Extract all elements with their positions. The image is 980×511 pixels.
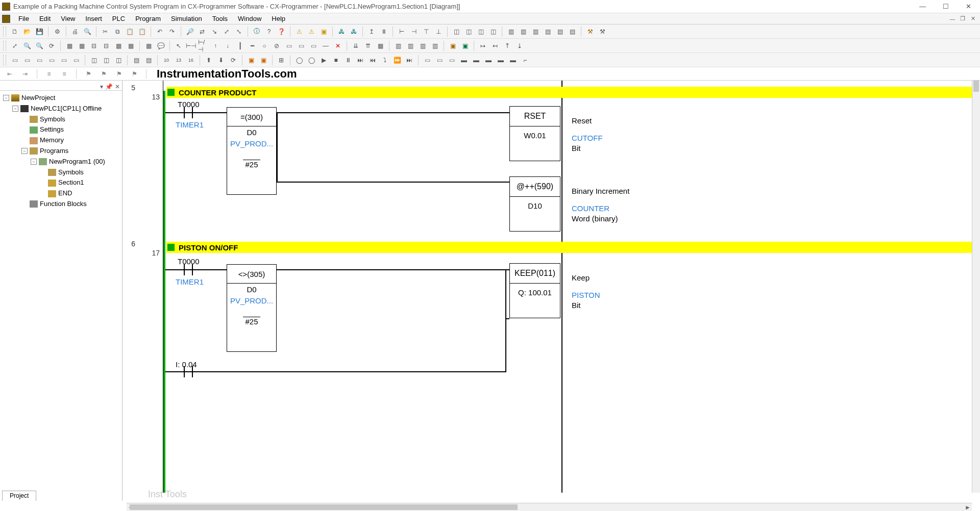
align3-icon[interactable]: ▭: [446, 55, 457, 66]
menu-edit[interactable]: Edit: [34, 14, 56, 23]
play-icon[interactable]: ▶: [318, 55, 329, 66]
tree-program[interactable]: −NewProgram1 (00): [31, 157, 121, 167]
contact-no-icon[interactable]: ⊢⊣: [185, 40, 197, 52]
hline-icon[interactable]: —: [320, 40, 331, 52]
stop-icon[interactable]: ■: [330, 55, 341, 66]
align2-icon[interactable]: ▭: [434, 55, 445, 66]
addr-icon[interactable]: ⤡: [233, 26, 244, 37]
zoom-out-icon[interactable]: 🔍: [34, 40, 45, 52]
mon2-icon[interactable]: ▥: [405, 40, 416, 52]
bm2-icon[interactable]: ⚑: [98, 68, 109, 80]
tree-function-blocks[interactable]: Function Blocks: [21, 199, 121, 210]
branch1-icon[interactable]: ⊢: [396, 26, 407, 37]
view6-icon[interactable]: ▦: [125, 40, 136, 52]
rung6-icon[interactable]: ▭: [70, 55, 82, 66]
output-increment[interactable]: @++(590) D10: [509, 176, 560, 232]
align8-icon[interactable]: ▬: [507, 55, 519, 66]
contact-p-icon[interactable]: ↑: [210, 40, 221, 52]
cut-icon[interactable]: ✂: [100, 26, 111, 37]
branch4-icon[interactable]: ⊥: [433, 26, 444, 37]
audio1-icon[interactable]: ◯: [293, 55, 305, 66]
minimize-button[interactable]: —: [911, 0, 934, 13]
align4-icon[interactable]: ▬: [458, 55, 470, 66]
align5-icon[interactable]: ▬: [471, 55, 482, 66]
view4-icon[interactable]: ⊟: [101, 40, 112, 52]
step3-icon[interactable]: ⤒: [502, 40, 513, 52]
spc2-icon[interactable]: ◫: [101, 55, 112, 66]
paste2-icon[interactable]: 📋: [136, 26, 148, 37]
end-icon[interactable]: ⏭: [404, 55, 415, 66]
rung3-icon[interactable]: ▭: [34, 55, 45, 66]
mdi-minimize-button[interactable]: —: [947, 15, 958, 23]
project-tree[interactable]: −NewProject −NewPLC1[CP1L] Offline Symbo…: [0, 91, 122, 212]
contact-no-2[interactable]: [181, 264, 196, 275]
nav-sync-icon[interactable]: ⟳: [228, 55, 239, 66]
rung1-icon[interactable]: ▭: [9, 55, 20, 66]
align9-icon[interactable]: ⌐: [520, 55, 531, 66]
tree-symbols[interactable]: Symbols: [21, 114, 121, 125]
warn1-icon[interactable]: ⚠: [293, 26, 305, 37]
sim2-icon[interactable]: ▣: [258, 55, 269, 66]
mem2-icon[interactable]: ▥: [518, 26, 529, 37]
print-icon[interactable]: 🖨: [69, 26, 81, 37]
mon4-icon[interactable]: ▥: [429, 40, 440, 52]
menu-insert[interactable]: Insert: [80, 14, 107, 23]
bit2-icon[interactable]: ◫: [463, 26, 474, 37]
sidebar-tab-project[interactable]: Project: [2, 491, 36, 501]
tree-programs[interactable]: −Programs: [21, 146, 121, 157]
replace-icon[interactable]: ⇄: [197, 26, 208, 37]
bm1-icon[interactable]: ⚑: [83, 68, 94, 80]
contact-no-3[interactable]: [181, 366, 196, 377]
zoom-reset-icon[interactable]: ⟳: [46, 40, 57, 52]
bm3-icon[interactable]: ⚑: [113, 68, 125, 80]
func-icon[interactable]: ▭: [283, 40, 295, 52]
horizontal-scrollbar[interactable]: ◄ ►: [127, 503, 972, 511]
view1-icon[interactable]: ▦: [64, 40, 75, 52]
panel-close-icon[interactable]: ✕: [115, 83, 120, 90]
bm4-icon[interactable]: ⚑: [129, 68, 140, 80]
spc3-icon[interactable]: ◫: [113, 55, 124, 66]
mem1-icon[interactable]: ▥: [505, 26, 517, 37]
spc1-icon[interactable]: ◫: [88, 55, 100, 66]
tree-project[interactable]: −NewProject: [3, 93, 121, 104]
rung2-icon[interactable]: ▭: [21, 55, 33, 66]
open-icon[interactable]: 📂: [21, 26, 33, 37]
sim1-icon[interactable]: ▣: [246, 55, 257, 66]
tree-section1[interactable]: Section1: [40, 177, 121, 188]
align7-icon[interactable]: ▬: [495, 55, 506, 66]
mem4-icon[interactable]: ▤: [542, 26, 553, 37]
vertical-scrollbar[interactable]: [972, 81, 980, 493]
paste-icon[interactable]: 📋: [124, 26, 135, 37]
rung-5-header[interactable]: COUNTER PRODUCT: [166, 87, 972, 98]
menu-help[interactable]: Help: [266, 14, 290, 23]
func-ne-305[interactable]: <>(305) D0 PV_PROD... #25: [227, 264, 277, 352]
bit1-icon[interactable]: ◫: [451, 26, 462, 37]
step1-icon[interactable]: ↦: [477, 40, 488, 52]
coil-not-icon[interactable]: ⊘: [271, 40, 282, 52]
chip2-icon[interactable]: ▣: [459, 40, 471, 52]
help-icon[interactable]: ?: [263, 26, 275, 37]
ladder-diagram[interactable]: 5 13 6 17 COUNTER PRODUCT T0000 TIMER1: [122, 81, 980, 501]
menu-simulation[interactable]: Simulation: [166, 14, 207, 23]
panel-dropdown-icon[interactable]: ▾: [100, 83, 103, 90]
warn2-icon[interactable]: ⚠: [306, 26, 317, 37]
mon1-icon[interactable]: ▥: [393, 40, 404, 52]
rung4-icon[interactable]: ▭: [46, 55, 57, 66]
output-keep[interactable]: KEEP(011) Q: 100.01: [509, 263, 560, 318]
branch2-icon[interactable]: ⊣: [408, 26, 420, 37]
indent-r-icon[interactable]: ⇥: [19, 68, 31, 80]
view3-icon[interactable]: ⊟: [88, 40, 100, 52]
dl2-icon[interactable]: ⇈: [362, 40, 374, 52]
compile-icon[interactable]: ⚙: [52, 26, 63, 37]
tool1-icon[interactable]: ⚒: [584, 26, 596, 37]
dl1-icon[interactable]: ⇊: [350, 40, 361, 52]
menu-program[interactable]: Program: [130, 14, 166, 23]
branch3-icon[interactable]: ⊤: [421, 26, 432, 37]
dl3-icon[interactable]: ▦: [375, 40, 386, 52]
num13-icon[interactable]: 13: [173, 55, 184, 66]
mem5-icon[interactable]: ▤: [554, 26, 566, 37]
menu-window[interactable]: Window: [233, 14, 266, 23]
step4-icon[interactable]: ⤓: [514, 40, 525, 52]
audio2-icon[interactable]: ◯: [306, 55, 317, 66]
bit3-icon[interactable]: ◫: [475, 26, 486, 37]
